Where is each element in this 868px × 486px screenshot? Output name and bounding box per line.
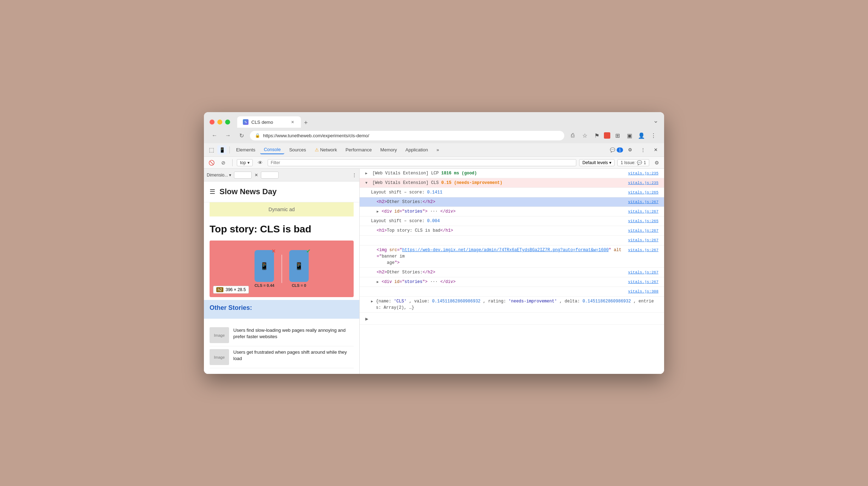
width-input[interactable]: 412 [234, 172, 252, 179]
div-stories-1-expand[interactable]: ▶ [377, 209, 379, 214]
profile-icon[interactable]: 👤 [636, 131, 646, 140]
address-input[interactable]: 🔒 https://www.tunetheweb.com/experiments… [250, 131, 564, 140]
toolbar-icons: ⎙ ☆ ⚑ ⊞ ▣ 👤 ⋮ [568, 131, 658, 140]
eye-icon[interactable]: 👁 [256, 158, 265, 167]
ad-banner: Dynamic ad [210, 202, 354, 216]
div-stories-2-source[interactable]: vitals.js:267 [628, 279, 658, 285]
devtools-settings-btn[interactable]: ⚙ [624, 146, 636, 154]
hamburger-menu[interactable]: ☰ [210, 188, 215, 196]
bottom-expand-arrow[interactable]: ▶ [365, 316, 368, 323]
story-thumb-2: Image [210, 349, 229, 365]
separator-2 [232, 159, 233, 166]
dropdown-arrow: ▾ [247, 160, 250, 165]
more-options-icon[interactable]: ⋮ [649, 131, 658, 140]
h2-tag-label: h2 [216, 287, 223, 292]
div-stories-1-source[interactable]: vitals.js:267 [628, 209, 658, 215]
layout-shift-1-source[interactable]: vitals.js:265 [628, 190, 658, 196]
layout-shift-2-content: Layout shift – score: 0.004 [371, 218, 625, 224]
issues-counter[interactable]: 💬 1 [610, 147, 623, 152]
browser-window: ✎ CLS demo ✕ + ⌄ ← → ↻ 🔒 https://www.tun… [204, 112, 664, 374]
div-stories-2-expand[interactable]: ▶ [377, 279, 379, 285]
lcp-source[interactable]: vitals.js:235 [628, 170, 658, 177]
h2-stories-highlighted-line: <h2>Other Stories:</h2> vitals.js:267 [360, 197, 664, 207]
story-item-1: Image Users find slow-loading web pages … [210, 324, 354, 346]
filter-input[interactable] [268, 159, 577, 166]
console-settings-btn[interactable]: ⚙ [652, 158, 661, 167]
div-stories-2-content: <div id="stories"> ··· </div> [382, 279, 625, 285]
back-button[interactable]: ← [210, 131, 219, 140]
tab-network[interactable]: ⚠ Network [311, 146, 341, 154]
flag-icon[interactable]: ⚑ [592, 131, 602, 140]
filter-toggle-btn[interactable]: ⊘ [219, 158, 228, 167]
phone-good-group: 📱 ✔ CLS = 0 [289, 250, 309, 288]
layout-shift-1-line: Layout shift – score: 0.1411 vitals.js:2… [360, 188, 664, 197]
active-tab[interactable]: ✎ CLS demo ✕ [237, 116, 301, 128]
stories-list: Image Users find slow-loading web pages … [204, 322, 359, 371]
issue-badge[interactable]: 1 Issue: 💬 1 [617, 159, 649, 166]
page-headline: Top story: CLS is bad [204, 221, 359, 238]
h2-stories-content: <h2>Other Stories:</h2> [377, 199, 625, 205]
forward-button[interactable]: → [223, 131, 233, 140]
default-levels-dropdown[interactable]: Default levels ▾ [579, 159, 615, 166]
hero-image: 📱 ✕ CLS = 0.44 📱 ✔ CLS = 0 [210, 241, 354, 297]
page-site-title: Slow News Day [219, 187, 276, 196]
devtools-device-button[interactable]: 📱 [217, 145, 227, 155]
layout-shift-2-source[interactable]: vitals.js:265 [628, 218, 658, 224]
cls-source[interactable]: vitals.js:235 [628, 180, 658, 186]
tab-more[interactable]: » [433, 146, 442, 154]
clear-console-btn[interactable]: 🚫 [207, 158, 216, 167]
tab-elements[interactable]: Elements [233, 146, 259, 154]
hero-phones: 📱 ✕ CLS = 0.44 📱 ✔ CLS = 0 [251, 247, 312, 291]
cls-content: [Web Vitals Extension] CLS 0.15 (needs-i… [372, 180, 625, 186]
div-stories-1-content: <div id="stories"> ··· </div> [382, 208, 625, 215]
bottom-expand-line: ▶ [360, 313, 664, 325]
devtools-close-btn[interactable]: ✕ [650, 146, 661, 154]
extensions-icon[interactable]: ⊞ [612, 131, 622, 140]
page-header: ☰ Slow News Day [204, 181, 359, 202]
minimize-button[interactable] [217, 120, 222, 125]
share-icon[interactable]: ⎙ [568, 131, 578, 140]
img-source[interactable]: vitals.js:267 [628, 247, 658, 253]
h2-stories-source[interactable]: vitals.js:267 [628, 199, 658, 205]
h2-stories-2-source[interactable]: vitals.js:267 [628, 270, 658, 276]
reload-button[interactable]: ↻ [236, 131, 246, 140]
h2-stories-2-line: <h2>Other Stories:</h2> vitals.js:267 [360, 268, 664, 277]
tab-close-button[interactable]: ✕ [290, 119, 295, 125]
h2-dimensions: 396 × 28.5 [225, 287, 246, 292]
devtools-more-btn[interactable]: ⋮ [637, 146, 649, 154]
bookmark-icon[interactable]: ☆ [580, 131, 590, 140]
tab-sources[interactable]: Sources [286, 146, 310, 154]
expand-cls-arrow[interactable]: ▼ [365, 180, 370, 186]
ad-text: Dynamic ad [269, 207, 295, 212]
badge-count: 1 [617, 147, 623, 152]
devtools-inspect-button[interactable]: ⬚ [207, 145, 216, 155]
issue-count: 1 [644, 160, 646, 165]
dimensions-bar: Dimensio... ▾ 412 ✕ 823 ⋮ [204, 169, 359, 181]
maximize-button[interactable] [225, 120, 230, 125]
expand-lcp-arrow[interactable]: ▶ [365, 171, 370, 176]
issue-label: 1 Issue: [621, 160, 635, 165]
main-content: Dimensio... ▾ 412 ✕ 823 ⋮ ☰ Slow News Da… [204, 169, 664, 374]
split-view-icon[interactable]: ▣ [624, 131, 634, 140]
tab-memory[interactable]: Memory [377, 146, 400, 154]
context-dropdown[interactable]: top ▾ [237, 159, 253, 166]
object-line: ▶ {name: 'CLS' , value: 0.14511862860986… [360, 297, 664, 313]
h1-source[interactable]: vitals.js:267 [628, 228, 658, 234]
tab-application[interactable]: Application [402, 146, 432, 154]
divider [281, 255, 282, 283]
check-mark-icon: ✔ [306, 248, 310, 254]
vitals-308-source[interactable]: vitals.js:308 [628, 289, 658, 295]
dimensions-more-btn[interactable]: ⋮ [352, 173, 356, 178]
div-stories-1-line: ▶ <div id="stories"> ··· </div> vitals.j… [360, 207, 664, 216]
dimension-label: Dimensio... ▾ [207, 173, 231, 178]
h1-top-story-line: <h1>Top story: CLS is bad</h1> vitals.js… [360, 226, 664, 236]
close-button[interactable] [210, 120, 215, 125]
height-input[interactable]: 823 [261, 172, 279, 179]
tab-performance[interactable]: Performance [342, 146, 375, 154]
new-tab-button[interactable]: + [301, 118, 311, 128]
tab-console[interactable]: Console [260, 145, 284, 154]
div-stories-2-line: ▶ <div id="stories"> ··· </div> vitals.j… [360, 277, 664, 287]
devtools-end-controls: 💬 1 ⚙ ⋮ ✕ [610, 146, 661, 154]
spacer-source[interactable]: vitals.js:267 [628, 237, 658, 243]
object-expand[interactable]: ▶ [371, 299, 373, 304]
